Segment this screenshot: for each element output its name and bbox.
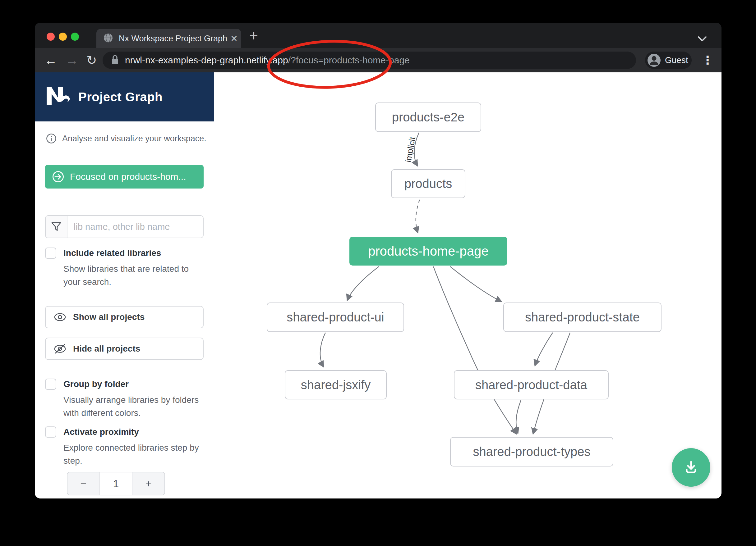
url-domain: nrwl-nx-examples-dep-graph.netlify.app [125, 55, 288, 65]
eye-icon [54, 312, 66, 322]
lock-icon [111, 54, 119, 66]
browser-menu-icon[interactable]: ⋮ [702, 48, 713, 72]
show-all-projects-label: Show all projects [73, 312, 145, 322]
include-related-description: Show libraries that are related to your … [63, 263, 203, 288]
proximity-stepper: − 1 + [67, 472, 165, 495]
profile-button[interactable]: Guest [645, 52, 692, 69]
window-controls [47, 33, 79, 41]
zoom-window-button[interactable] [71, 33, 79, 41]
page-content: Project Graph Analyse and visualize your… [35, 72, 721, 498]
edge-products-home [416, 200, 420, 233]
proximity-decrement-button[interactable]: − [67, 472, 99, 495]
favicon-globe-icon [103, 33, 113, 44]
close-window-button[interactable] [47, 33, 55, 41]
guest-avatar-icon [648, 54, 661, 67]
tab-search-chevron-icon[interactable] [695, 35, 709, 44]
eye-off-icon [54, 343, 66, 354]
node-products-e2e[interactable]: products-e2e [375, 103, 481, 132]
node-shared-product-data[interactable]: shared-product-data [454, 370, 609, 399]
show-all-projects-button[interactable]: Show all projects [45, 306, 204, 328]
node-products[interactable]: products [391, 169, 465, 198]
group-by-folder-description: Visually arrange libraries by folders wi… [63, 393, 210, 420]
forward-button[interactable]: → [65, 48, 78, 72]
browser-tab[interactable]: Nx Workspace Project Graph ✕ [96, 29, 241, 48]
info-icon [46, 133, 57, 145]
download-image-button[interactable] [672, 448, 710, 487]
tagline-row: Analyse and visualize your workspace. [46, 133, 206, 145]
tab-strip: Nx Workspace Project Graph ✕ + [35, 23, 721, 48]
nx-logo-icon [45, 86, 71, 108]
back-button[interactable]: ← [44, 48, 57, 72]
node-shared-product-state[interactable]: shared-product-state [503, 302, 661, 332]
new-tab-button[interactable]: + [249, 27, 258, 44]
address-bar[interactable]: nrwl-nx-examples-dep-graph.netlify.app/?… [103, 52, 636, 69]
tab-close-icon[interactable]: ✕ [230, 34, 237, 44]
edge-home-types [433, 267, 516, 434]
edge-home-state [450, 267, 501, 301]
graph-edges: implicit [214, 72, 721, 498]
tab-title: Nx Workspace Project Graph [119, 34, 227, 44]
url-query: /?focus=products-home-page [288, 55, 410, 65]
sidebar: Project Graph Analyse and visualize your… [35, 72, 214, 498]
minimize-window-button[interactable] [59, 33, 67, 41]
edge-ui-jsxify [320, 333, 325, 367]
filter-input[interactable] [67, 216, 203, 238]
node-shared-product-types[interactable]: shared-product-types [450, 437, 613, 466]
node-shared-product-ui[interactable]: shared-product-ui [267, 302, 404, 332]
reload-button[interactable]: ↻ [86, 48, 97, 72]
edge-e2e-products [414, 133, 419, 166]
guest-label: Guest [665, 55, 688, 65]
activate-proximity-checkbox[interactable] [45, 426, 56, 438]
proximity-increment-button[interactable]: + [132, 472, 164, 495]
edge-label-implicit: implicit [403, 136, 417, 163]
browser-toolbar: ← → ↻ nrwl-nx-examples-dep-graph.netlify… [35, 48, 721, 72]
activate-proximity-label: Activate proximity [63, 427, 139, 437]
tagline-text: Analyse and visualize your workspace. [62, 134, 206, 144]
focused-on-button[interactable]: Focused on products-hom... [45, 165, 204, 189]
arrow-circle-icon [52, 171, 64, 183]
hide-all-projects-label: Hide all projects [73, 344, 140, 354]
filter-field [45, 215, 204, 238]
graph-canvas[interactable]: implicit products-e2e products products-… [214, 72, 721, 498]
download-icon [683, 459, 699, 475]
app-title: Project Graph [78, 90, 163, 104]
focused-on-label: Focused on products-hom... [70, 172, 186, 182]
node-shared-jsxify[interactable]: shared-jsxify [285, 370, 387, 399]
edge-home-ui [347, 267, 379, 300]
include-related-label: Include related libraries [63, 248, 161, 258]
funnel-icon [46, 216, 67, 238]
edge-state-data [535, 333, 553, 365]
activate-proximity-description: Explore connected libraries step by step… [63, 441, 210, 467]
include-related-checkbox[interactable] [45, 248, 56, 259]
hide-all-projects-button[interactable]: Hide all projects [45, 337, 204, 360]
browser-window: Nx Workspace Project Graph ✕ + ← → ↻ nrw… [35, 23, 721, 498]
sidebar-header: Project Graph [35, 72, 214, 122]
node-products-home-page[interactable]: products-home-page [349, 237, 507, 266]
group-by-folder-checkbox[interactable] [45, 378, 56, 390]
group-by-folder-label: Group by folder [63, 379, 129, 389]
edge-data-types [516, 400, 521, 433]
proximity-value: 1 [99, 472, 133, 495]
url-text: nrwl-nx-examples-dep-graph.netlify.app/?… [125, 55, 410, 66]
